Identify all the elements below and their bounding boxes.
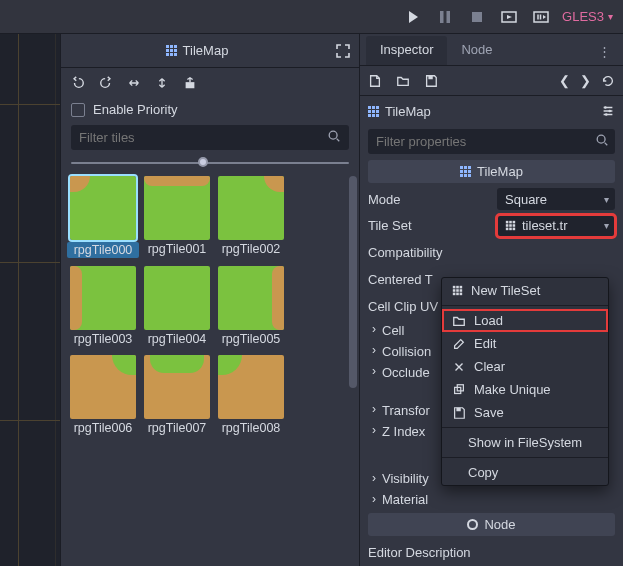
svg-rect-1 (447, 11, 451, 23)
tile-item[interactable]: rpgTile002 (215, 176, 287, 264)
tileset-context-menu: New TileSet Load Edit Clear Make Unique … (441, 277, 609, 486)
zoom-slider[interactable] (61, 154, 359, 172)
tiles-scrollbar[interactable] (349, 176, 357, 562)
menu-show-in-fs-label: Show in FileSystem (468, 435, 582, 450)
edit-icon (452, 337, 466, 351)
menu-clear[interactable]: Clear (442, 355, 608, 378)
tile-item[interactable]: rpgTile003 (67, 266, 139, 352)
dock-menu-icon[interactable]: ⋮ (592, 38, 617, 65)
tile-item[interactable]: rpgTile001 (141, 176, 213, 264)
flip-v-button[interactable] (155, 76, 169, 90)
tile-thumb (144, 355, 210, 419)
menu-edit[interactable]: Edit (442, 332, 608, 355)
tile-filter-input[interactable] (71, 125, 349, 150)
svg-rect-14 (456, 407, 460, 411)
tab-inspector[interactable]: Inspector (366, 36, 447, 65)
menu-new-tileset-label: New TileSet (471, 283, 540, 298)
menu-edit-label: Edit (474, 336, 496, 351)
tile-item[interactable]: rpgTile008 (215, 355, 287, 441)
enable-priority-checkbox[interactable] (71, 103, 85, 117)
prop-tileset-value[interactable]: tileset.tr ▾ (497, 215, 615, 237)
tile-label: rpgTile007 (141, 421, 213, 435)
top-toolbar: GLES3 ▾ (0, 0, 623, 34)
tile-label: rpgTile008 (215, 421, 287, 435)
inspector-filter-input[interactable] (368, 129, 615, 154)
tile-item[interactable]: rpgTile007 (141, 355, 213, 441)
fullscreen-icon[interactable] (335, 43, 351, 59)
tile-thumb (70, 266, 136, 330)
node-icon (467, 519, 478, 530)
menu-save[interactable]: Save (442, 401, 608, 424)
menu-clear-label: Clear (474, 359, 505, 374)
menu-show-in-filesystem[interactable]: Show in FileSystem (442, 431, 608, 454)
foldout-material[interactable]: ›Material (360, 489, 623, 510)
tile-item[interactable]: rpgTile000 (67, 176, 139, 264)
stop-button[interactable] (466, 6, 488, 28)
svg-rect-5 (186, 82, 195, 88)
prop-editor-desc-label: Editor Description (368, 545, 615, 560)
play-custom-scene-button[interactable] (530, 6, 552, 28)
menu-copy[interactable]: Copy (442, 461, 608, 484)
svg-point-6 (329, 131, 337, 139)
undo-button[interactable] (71, 76, 85, 90)
renderer-label: GLES3 (562, 9, 604, 24)
svg-point-10 (605, 113, 608, 116)
prop-mode-value-text: Square (505, 192, 547, 207)
tile-label: rpgTile006 (67, 421, 139, 435)
menu-save-label: Save (474, 405, 504, 420)
prop-compat-label: Compatibility (368, 245, 615, 260)
object-tools-icon[interactable] (601, 104, 615, 118)
class-header-node-label: Node (484, 517, 515, 532)
prop-editor-description: Editor Description (360, 539, 623, 566)
history-prev-button[interactable]: ❮ (559, 73, 570, 88)
tile-label: rpgTile003 (67, 332, 139, 346)
foldout-zindex-label: Z Index (382, 424, 425, 439)
unique-icon (452, 383, 466, 397)
left-area: TileMap Enable Priority (0, 34, 359, 566)
pause-button[interactable] (434, 6, 456, 28)
save-icon (452, 406, 466, 420)
foldout-transform-label: Transfor (382, 403, 430, 418)
renderer-dropdown[interactable]: GLES3 ▾ (562, 9, 613, 24)
tile-thumb (70, 355, 136, 419)
tile-panel-title: TileMap (166, 43, 229, 58)
tile-thumb (70, 176, 136, 240)
prop-mode-value[interactable]: Square ▾ (497, 188, 615, 210)
search-icon (327, 129, 341, 143)
tile-item[interactable]: rpgTile005 (215, 266, 287, 352)
clear-transform-button[interactable] (183, 76, 197, 90)
menu-new-tileset[interactable]: New TileSet (442, 279, 608, 302)
class-header-node[interactable]: Node (368, 513, 615, 536)
prop-compatibility: Compatibility (360, 239, 623, 266)
tab-node[interactable]: Node (447, 36, 506, 65)
new-resource-button[interactable] (368, 74, 382, 88)
open-resource-button[interactable] (396, 74, 410, 88)
save-resource-button[interactable] (424, 74, 438, 88)
search-icon (595, 133, 609, 147)
prop-tileset: Tile Set tileset.tr ▾ (360, 213, 623, 240)
svg-point-8 (604, 106, 607, 109)
tile-item[interactable]: rpgTile006 (67, 355, 139, 441)
tile-thumb (144, 176, 210, 240)
svg-rect-0 (440, 11, 444, 23)
tiles-scroll: rpgTile000rpgTile001rpgTile002rpgTile003… (61, 172, 359, 566)
history-next-button[interactable]: ❯ (580, 73, 591, 88)
foldout-collision-label: Collision (382, 344, 431, 359)
tile-item[interactable]: rpgTile004 (141, 266, 213, 352)
menu-make-unique[interactable]: Make Unique (442, 378, 608, 401)
class-header-tilemap[interactable]: TileMap (368, 160, 615, 183)
play-button[interactable] (402, 6, 424, 28)
tile-thumb (218, 266, 284, 330)
flip-h-button[interactable] (127, 76, 141, 90)
history-button[interactable] (601, 74, 615, 88)
inspector-filter-row (360, 126, 623, 157)
prop-tileset-value-text: tileset.tr (522, 218, 568, 233)
tileset-icon (506, 221, 515, 230)
tile-thumb (218, 355, 284, 419)
priority-row: Enable Priority (61, 98, 359, 123)
menu-copy-label: Copy (468, 465, 498, 480)
tile-thumb (144, 266, 210, 330)
menu-load[interactable]: Load (442, 309, 608, 332)
play-scene-button[interactable] (498, 6, 520, 28)
redo-button[interactable] (99, 76, 113, 90)
